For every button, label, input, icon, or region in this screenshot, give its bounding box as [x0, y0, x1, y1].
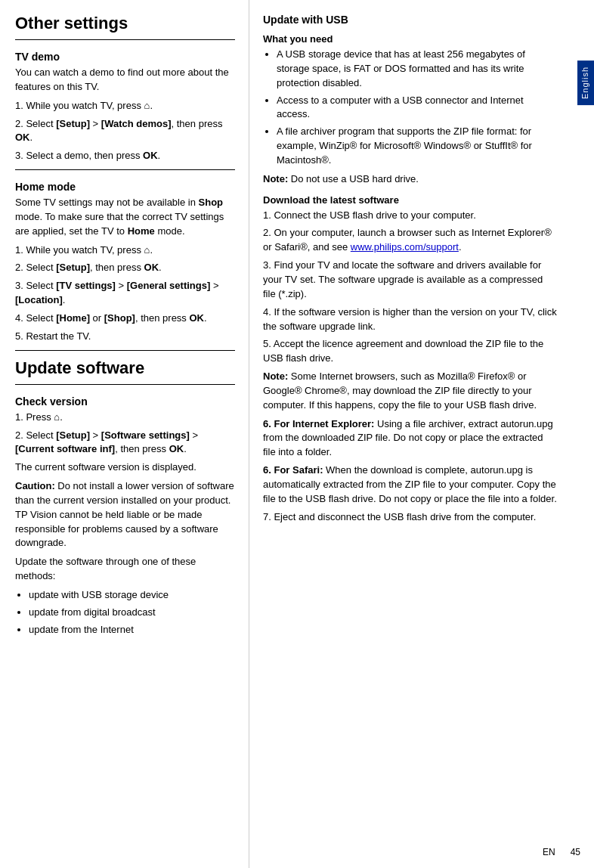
home-icon-1 — [144, 100, 150, 111]
divider-home-mode — [15, 169, 235, 170]
footer-page: 45 — [571, 847, 580, 857]
philips-link[interactable]: www.philips.com/support — [351, 241, 459, 253]
tv-demo-intro: You can watch a demo to find out more ab… — [15, 66, 235, 95]
dl-step-4: 4. If the software version is higher tha… — [263, 305, 558, 334]
check-note: The current software version is displaye… — [15, 460, 235, 475]
tv-demo-step-2: 2. Select [Setup] > [Watch demos], then … — [15, 117, 235, 146]
requirements-list: A USB storage device that has at least 2… — [277, 48, 558, 168]
dl-step-1: 1. Connect the USB flash drive to your c… — [263, 209, 558, 223]
req-archiver: A file archiver program that supports th… — [277, 125, 558, 168]
home-mode-step-4: 4. Select [Home] or [Shop], then press O… — [15, 312, 235, 326]
home-mode-step-1: 1. While you watch TV, press . — [15, 243, 235, 258]
page-footer: EN 45 — [186, 847, 594, 857]
update-methods-list: update with USB storage device update fr… — [29, 588, 235, 637]
caution-label: Caution: — [15, 480, 55, 491]
home-icon-2 — [144, 244, 150, 256]
note-usb: Note: Do not use a USB hard drive. — [263, 172, 558, 187]
dl-step-5: 5. Accept the licence agreement and down… — [263, 337, 558, 366]
home-mode-step-5: 5. Restart the TV. — [15, 330, 235, 344]
method-broadcast: update from digital broadcast — [29, 606, 235, 620]
home-mode-title: Home mode — [15, 181, 235, 193]
method-usb: update with USB storage device — [29, 588, 235, 603]
tv-demo-title: TV demo — [15, 51, 235, 63]
dl-step-7: 7. Eject and disconnect the USB flash dr… — [263, 510, 558, 525]
dl-step-6-safari: 6. For Safari: When the download is comp… — [263, 463, 558, 507]
update-usb-title: Update with USB — [263, 14, 558, 26]
note-browsers: Note: Some Internet browsers, such as Mo… — [263, 370, 558, 413]
update-software-title: Update software — [15, 358, 235, 378]
left-column: Other settings TV demo You can watch a d… — [0, 0, 249, 868]
english-tab: English — [577, 60, 594, 105]
update-intro: Update the software through one of these… — [15, 555, 235, 584]
home-icon-3 — [54, 411, 60, 423]
tv-demo-step-3: 3. Select a demo, then press OK. — [15, 149, 235, 163]
tv-demo-step-1: 1. While you watch TV, press . — [15, 99, 235, 113]
check-step-1: 1. Press . — [15, 411, 235, 425]
footer-lang: EN — [543, 847, 555, 857]
caution-text: Caution: Do not install a lower version … — [15, 479, 235, 550]
dl-step-3: 3. Find your TV and locate the software … — [263, 259, 558, 302]
dl-step-6-ie: 6. For Internet Explorer: Using a file a… — [263, 417, 558, 460]
divider-update — [15, 350, 235, 351]
dl-step-2: 2. On your computer, launch a browser su… — [263, 226, 558, 255]
home-mode-step-3: 3. Select [TV settings] > [General setti… — [15, 279, 235, 308]
divider-check — [15, 384, 235, 385]
req-usb: A USB storage device that has at least 2… — [277, 48, 558, 91]
divider-top — [15, 39, 235, 40]
page-title: Other settings — [15, 14, 235, 33]
download-title: Download the latest software — [263, 194, 558, 206]
home-mode-intro: Some TV settings may not be available in… — [15, 196, 235, 239]
check-step-2: 2. Select [Setup] > [Software settings] … — [15, 429, 235, 457]
home-mode-step-2: 2. Select [Setup], then press OK. — [15, 261, 235, 275]
check-version-title: Check version — [15, 395, 235, 408]
what-you-need-title: What you need — [263, 33, 558, 45]
right-column: Update with USB What you need A USB stor… — [249, 0, 594, 868]
method-internet: update from the Internet — [29, 623, 235, 637]
req-computer: Access to a computer with a USB connecto… — [277, 94, 558, 122]
